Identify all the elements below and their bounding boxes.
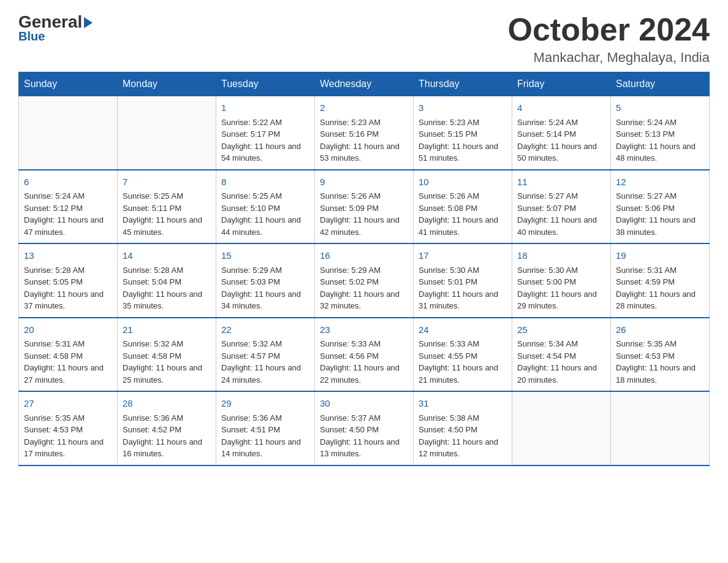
day-number: 6	[24, 175, 112, 190]
day-info: Sunrise: 5:29 AMSunset: 5:02 PMDaylight:…	[320, 264, 408, 312]
day-info: Sunrise: 5:23 AMSunset: 5:16 PMDaylight:…	[320, 117, 408, 164]
day-number: 4	[517, 101, 605, 115]
calendar-cell: 31Sunrise: 5:38 AMSunset: 4:50 PMDayligh…	[414, 391, 512, 465]
calendar-cell: 6Sunrise: 5:24 AMSunset: 5:12 PMDaylight…	[19, 170, 118, 244]
day-info: Sunrise: 5:31 AMSunset: 4:59 PMDaylight:…	[616, 264, 704, 312]
calendar-cell: 1Sunrise: 5:22 AMSunset: 5:17 PMDaylight…	[216, 96, 315, 170]
day-number: 22	[221, 323, 309, 337]
calendar-cell: 27Sunrise: 5:35 AMSunset: 4:53 PMDayligh…	[19, 391, 118, 465]
calendar-cell: 11Sunrise: 5:27 AMSunset: 5:07 PMDayligh…	[512, 170, 611, 244]
day-info: Sunrise: 5:27 AMSunset: 5:06 PMDaylight:…	[616, 190, 704, 238]
calendar-header-sunday: Sunday	[19, 72, 118, 96]
day-number: 17	[419, 249, 507, 263]
calendar-cell: 26Sunrise: 5:35 AMSunset: 4:53 PMDayligh…	[611, 318, 710, 392]
title-section: October 2024 Mankachar, Meghalaya, India	[508, 12, 710, 66]
day-info: Sunrise: 5:36 AMSunset: 4:52 PMDaylight:…	[123, 412, 211, 460]
day-info: Sunrise: 5:25 AMSunset: 5:11 PMDaylight:…	[123, 190, 211, 238]
calendar-header-friday: Friday	[512, 72, 611, 96]
day-number: 30	[320, 397, 408, 411]
day-info: Sunrise: 5:25 AMSunset: 5:10 PMDaylight:…	[221, 190, 309, 238]
calendar-header-thursday: Thursday	[414, 72, 512, 96]
day-info: Sunrise: 5:23 AMSunset: 5:15 PMDaylight:…	[419, 117, 507, 164]
calendar-cell: 23Sunrise: 5:33 AMSunset: 4:56 PMDayligh…	[315, 318, 414, 392]
day-info: Sunrise: 5:24 AMSunset: 5:13 PMDaylight:…	[616, 117, 704, 164]
day-info: Sunrise: 5:26 AMSunset: 5:09 PMDaylight:…	[320, 190, 408, 238]
day-info: Sunrise: 5:28 AMSunset: 5:05 PMDaylight:…	[24, 264, 112, 312]
calendar-cell	[611, 391, 710, 465]
day-info: Sunrise: 5:29 AMSunset: 5:03 PMDaylight:…	[221, 264, 309, 312]
day-number: 27	[24, 397, 112, 411]
day-number: 2	[320, 101, 408, 115]
calendar-cell: 16Sunrise: 5:29 AMSunset: 5:02 PMDayligh…	[315, 243, 414, 318]
calendar-header-saturday: Saturday	[611, 72, 710, 96]
calendar-cell: 29Sunrise: 5:36 AMSunset: 4:51 PMDayligh…	[216, 391, 315, 465]
calendar-cell: 22Sunrise: 5:32 AMSunset: 4:57 PMDayligh…	[216, 318, 315, 392]
calendar-header-tuesday: Tuesday	[216, 72, 315, 96]
day-number: 10	[419, 175, 507, 190]
day-info: Sunrise: 5:32 AMSunset: 4:58 PMDaylight:…	[123, 338, 211, 386]
day-number: 7	[123, 175, 211, 190]
day-number: 26	[616, 323, 704, 337]
day-number: 25	[517, 323, 605, 337]
day-info: Sunrise: 5:28 AMSunset: 5:04 PMDaylight:…	[123, 264, 211, 312]
day-info: Sunrise: 5:30 AMSunset: 5:00 PMDaylight:…	[517, 264, 605, 312]
calendar-header-wednesday: Wednesday	[315, 72, 414, 96]
calendar-header-monday: Monday	[118, 72, 216, 96]
calendar-cell: 14Sunrise: 5:28 AMSunset: 5:04 PMDayligh…	[118, 243, 216, 318]
day-info: Sunrise: 5:24 AMSunset: 5:12 PMDaylight:…	[24, 190, 112, 238]
calendar-cell: 2Sunrise: 5:23 AMSunset: 5:16 PMDaylight…	[315, 96, 414, 170]
calendar-table: SundayMondayTuesdayWednesdayThursdayFrid…	[18, 72, 710, 466]
day-number: 9	[320, 175, 408, 190]
day-info: Sunrise: 5:34 AMSunset: 4:54 PMDaylight:…	[517, 338, 605, 386]
day-number: 11	[517, 175, 605, 190]
day-number: 15	[221, 249, 309, 263]
day-info: Sunrise: 5:31 AMSunset: 4:58 PMDaylight:…	[24, 338, 112, 386]
calendar-cell: 4Sunrise: 5:24 AMSunset: 5:14 PMDaylight…	[512, 96, 611, 170]
location-title: Mankachar, Meghalaya, India	[508, 50, 710, 66]
calendar-cell: 24Sunrise: 5:33 AMSunset: 4:55 PMDayligh…	[414, 318, 512, 392]
day-number: 1	[221, 101, 309, 115]
day-info: Sunrise: 5:36 AMSunset: 4:51 PMDaylight:…	[221, 412, 309, 460]
calendar-cell: 12Sunrise: 5:27 AMSunset: 5:06 PMDayligh…	[611, 170, 710, 244]
calendar-cell: 17Sunrise: 5:30 AMSunset: 5:01 PMDayligh…	[414, 243, 512, 318]
calendar-cell: 25Sunrise: 5:34 AMSunset: 4:54 PMDayligh…	[512, 318, 611, 392]
calendar-cell: 10Sunrise: 5:26 AMSunset: 5:08 PMDayligh…	[414, 170, 512, 244]
day-number: 21	[123, 323, 211, 337]
calendar-cell: 13Sunrise: 5:28 AMSunset: 5:05 PMDayligh…	[19, 243, 118, 318]
calendar-cell: 21Sunrise: 5:32 AMSunset: 4:58 PMDayligh…	[118, 318, 216, 392]
calendar-week-2: 6Sunrise: 5:24 AMSunset: 5:12 PMDaylight…	[19, 170, 710, 244]
calendar-week-4: 20Sunrise: 5:31 AMSunset: 4:58 PMDayligh…	[19, 318, 710, 392]
calendar-cell	[118, 96, 216, 170]
day-number: 8	[221, 175, 309, 190]
day-number: 13	[24, 249, 112, 263]
calendar-cell: 8Sunrise: 5:25 AMSunset: 5:10 PMDaylight…	[216, 170, 315, 244]
day-number: 3	[419, 101, 507, 115]
day-info: Sunrise: 5:37 AMSunset: 4:50 PMDaylight:…	[320, 412, 408, 460]
calendar-cell: 5Sunrise: 5:24 AMSunset: 5:13 PMDaylight…	[611, 96, 710, 170]
month-title: October 2024	[508, 12, 710, 47]
calendar-week-3: 13Sunrise: 5:28 AMSunset: 5:05 PMDayligh…	[19, 243, 710, 318]
day-info: Sunrise: 5:33 AMSunset: 4:55 PMDaylight:…	[419, 338, 507, 386]
day-number: 5	[616, 101, 704, 115]
day-info: Sunrise: 5:22 AMSunset: 5:17 PMDaylight:…	[221, 117, 309, 164]
calendar-header-row: SundayMondayTuesdayWednesdayThursdayFrid…	[19, 72, 710, 96]
day-info: Sunrise: 5:33 AMSunset: 4:56 PMDaylight:…	[320, 338, 408, 386]
day-number: 31	[419, 397, 507, 411]
day-number: 16	[320, 249, 408, 263]
calendar-cell: 30Sunrise: 5:37 AMSunset: 4:50 PMDayligh…	[315, 391, 414, 465]
calendar-cell: 15Sunrise: 5:29 AMSunset: 5:03 PMDayligh…	[216, 243, 315, 318]
day-number: 18	[517, 249, 605, 263]
day-info: Sunrise: 5:35 AMSunset: 4:53 PMDaylight:…	[616, 338, 704, 386]
day-info: Sunrise: 5:30 AMSunset: 5:01 PMDaylight:…	[419, 264, 507, 312]
day-number: 20	[24, 323, 112, 337]
day-info: Sunrise: 5:35 AMSunset: 4:53 PMDaylight:…	[24, 412, 112, 460]
day-number: 24	[419, 323, 507, 337]
logo: General Blue	[18, 12, 93, 44]
calendar-cell: 18Sunrise: 5:30 AMSunset: 5:00 PMDayligh…	[512, 243, 611, 318]
day-number: 29	[221, 397, 309, 411]
day-info: Sunrise: 5:26 AMSunset: 5:08 PMDaylight:…	[419, 190, 507, 238]
calendar-cell: 3Sunrise: 5:23 AMSunset: 5:15 PMDaylight…	[414, 96, 512, 170]
calendar-cell: 19Sunrise: 5:31 AMSunset: 4:59 PMDayligh…	[611, 243, 710, 318]
calendar-cell	[512, 391, 611, 465]
day-number: 23	[320, 323, 408, 337]
